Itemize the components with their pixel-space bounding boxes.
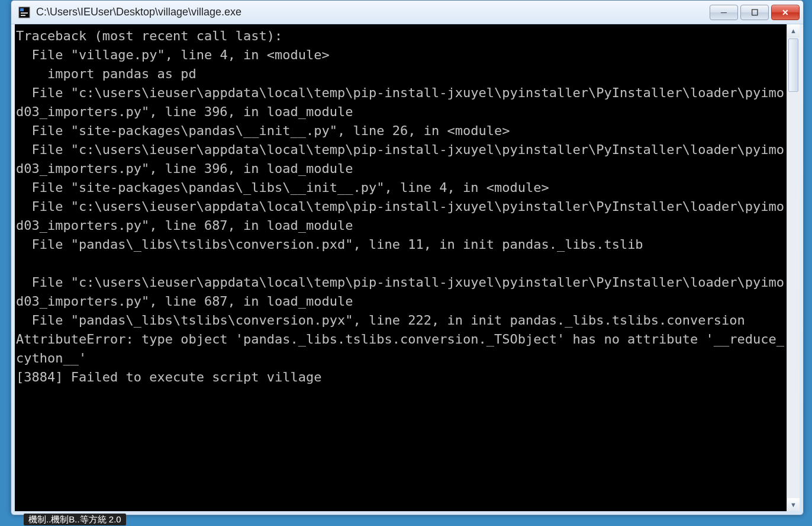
titlebar[interactable]: C:\Users\IEUser\Desktop\village\village.… bbox=[11, 1, 803, 24]
svg-rect-2 bbox=[21, 12, 28, 14]
chevron-up-icon: ▲ bbox=[790, 27, 797, 34]
console-line: File "c:\users\ieuser\appdata\local\temp… bbox=[16, 273, 785, 311]
console-line: Traceback (most recent call last): bbox=[16, 27, 785, 46]
console-line: [3884] Failed to execute script village bbox=[16, 368, 785, 387]
maximize-button[interactable]: ☐ bbox=[740, 5, 769, 20]
app-icon bbox=[17, 5, 31, 20]
console-line: AttributeError: type object 'pandas._lib… bbox=[16, 330, 785, 368]
console-line bbox=[16, 254, 785, 273]
console-line: File "village.py", line 4, in <module> bbox=[16, 46, 785, 65]
console-line: File "c:\users\ieuser\appdata\local\temp… bbox=[16, 140, 785, 178]
scroll-down-button[interactable]: ▼ bbox=[787, 498, 800, 511]
scroll-thumb[interactable] bbox=[788, 39, 798, 92]
console-line: import pandas as pd bbox=[16, 65, 785, 84]
close-icon: ✕ bbox=[782, 8, 789, 17]
maximize-icon: ☐ bbox=[751, 8, 759, 17]
taskbar-item[interactable]: 機制..機制B..等方統 2.0 bbox=[24, 514, 126, 525]
minimize-button[interactable]: ─ bbox=[710, 5, 738, 20]
taskbar-fragment: 機制..機制B..等方統 2.0 bbox=[24, 513, 126, 526]
client-area: Traceback (most recent call last): File … bbox=[15, 24, 800, 511]
window-title: C:\Users\IEUser\Desktop\village\village.… bbox=[36, 6, 710, 18]
scroll-up-button[interactable]: ▲ bbox=[787, 24, 800, 37]
scroll-track[interactable] bbox=[787, 37, 800, 498]
close-button[interactable]: ✕ bbox=[771, 5, 800, 20]
minimize-icon: ─ bbox=[721, 8, 727, 17]
console-window: C:\Users\IEUser\Desktop\village\village.… bbox=[11, 0, 804, 515]
console-line: File "pandas\_libs\tslibs\conversion.pyx… bbox=[16, 311, 785, 330]
console-line: File "pandas\_libs\tslibs\conversion.pxd… bbox=[16, 235, 785, 254]
console-output[interactable]: Traceback (most recent call last): File … bbox=[15, 24, 787, 511]
svg-rect-3 bbox=[21, 15, 25, 16]
svg-rect-1 bbox=[20, 8, 24, 11]
vertical-scrollbar[interactable]: ▲ ▼ bbox=[787, 24, 800, 511]
console-line: File "c:\users\ieuser\appdata\local\temp… bbox=[16, 84, 785, 121]
chevron-down-icon: ▼ bbox=[790, 501, 797, 508]
console-line: File "site-packages\pandas\_libs\__init_… bbox=[16, 178, 785, 197]
window-controls: ─ ☐ ✕ bbox=[710, 5, 800, 20]
console-line: File "c:\users\ieuser\appdata\local\temp… bbox=[16, 197, 785, 235]
console-line: File "site-packages\pandas\__init__.py",… bbox=[16, 121, 785, 140]
